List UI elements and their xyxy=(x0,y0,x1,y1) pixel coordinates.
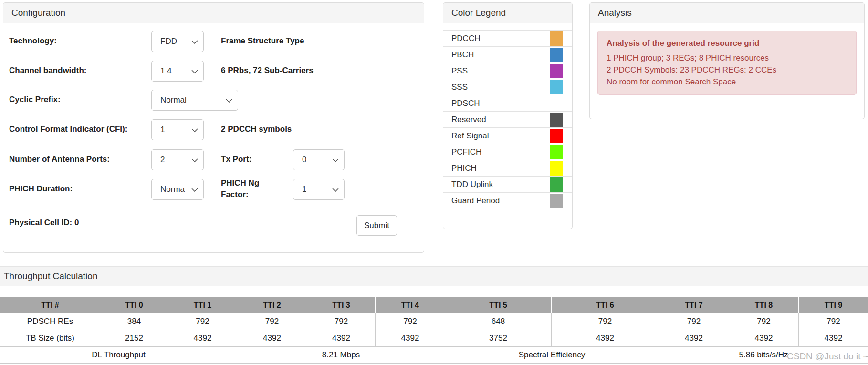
cyclic-prefix-select[interactable]: Normal xyxy=(151,90,238,111)
tb-size-tti3: 4392 xyxy=(307,330,376,347)
color-legend-panel: Color Legend PDCCH PBCH PSS SSS PDSCH xyxy=(443,2,573,229)
technology-select-value: FDD xyxy=(160,37,177,46)
spectral-efficiency-label: Spectral Efficiency xyxy=(445,347,659,364)
cfi-select-value: 1 xyxy=(160,125,165,135)
chevron-down-icon xyxy=(191,70,198,74)
prb-subcarrier-note: 6 PRbs, 72 Sub-Carriers xyxy=(221,66,314,75)
phich-ng-select[interactable]: 1 xyxy=(293,179,345,200)
cyclic-prefix-label: Cyclic Prefix: xyxy=(9,95,61,104)
pdsch-color-swatch xyxy=(550,96,563,111)
column-header-tti5: TTI 5 xyxy=(445,297,552,313)
legend-label: TDD Uplink xyxy=(451,180,493,189)
legend-label: PBCH xyxy=(451,50,474,60)
antenna-ports-label: Number of Antenna Ports: xyxy=(9,155,110,164)
sss-color-swatch xyxy=(550,80,563,94)
column-header-tti1: TTI 1 xyxy=(168,297,237,313)
column-header-tti3: TTI 3 xyxy=(307,297,376,313)
analysis-alert-heading: Analysis of the generated resource grid xyxy=(607,39,847,48)
frame-structure-note: Frame Structure Type xyxy=(221,36,304,46)
technology-select[interactable]: FDD xyxy=(151,31,204,52)
legend-label: PDSCH xyxy=(451,99,480,108)
table-row-tb-size: TB Size (bits) 2152 4392 4392 4392 4392 … xyxy=(0,330,868,347)
pdsch-res-tti2: 792 xyxy=(237,313,307,330)
legend-label: PDCCH xyxy=(451,34,480,43)
legend-list: PDCCH PBCH PSS SSS PDSCH Reserved xyxy=(443,30,572,209)
physical-cell-id-label: Physical Cell ID: 0 xyxy=(9,218,79,228)
bandwidth-select-value: 1.4 xyxy=(160,66,172,76)
cyclic-prefix-select-value: Normal xyxy=(160,95,187,105)
technology-label: Technology: xyxy=(9,36,57,46)
analysis-alert: Analysis of the generated resource grid … xyxy=(597,31,857,95)
legend-item-pdsch: PDSCH xyxy=(443,95,572,111)
submit-button[interactable]: Submit xyxy=(356,215,397,236)
column-header-tti6: TTI 6 xyxy=(552,297,659,313)
pdsch-res-tti1: 792 xyxy=(168,313,237,330)
legend-label: PCFICH xyxy=(451,147,481,157)
partial-warning-row xyxy=(0,364,868,365)
column-header-tti8: TTI 8 xyxy=(729,297,799,313)
antenna-ports-select[interactable]: 2 xyxy=(151,149,204,170)
phich-duration-select[interactable]: Norma xyxy=(151,179,204,200)
pdsch-res-tti8: 792 xyxy=(729,313,799,330)
legend-item-guard-period: Guard Period xyxy=(443,192,572,209)
antenna-ports-select-value: 2 xyxy=(160,155,165,165)
dl-throughput-label: DL Throughput xyxy=(0,347,237,364)
table-header-row: TTI # TTI 0 TTI 1 TTI 2 TTI 3 TTI 4 TTI … xyxy=(0,297,868,313)
tb-size-tti8: 4392 xyxy=(729,330,799,347)
chevron-down-icon xyxy=(191,40,198,44)
chevron-down-icon xyxy=(226,99,232,103)
row-label-tb-size: TB Size (bits) xyxy=(0,330,100,347)
legend-label: Ref Signal xyxy=(451,131,489,141)
bandwidth-select[interactable]: 1.4 xyxy=(151,61,204,82)
tb-size-tti1: 4392 xyxy=(168,330,237,347)
pdsch-res-tti9: 792 xyxy=(799,313,868,330)
legend-item-pdcch: PDCCH xyxy=(443,30,572,46)
legend-item-pcfich: PCFICH xyxy=(443,144,572,160)
legend-label: PHICH xyxy=(451,164,477,173)
chevron-down-icon xyxy=(191,188,198,192)
chevron-down-icon xyxy=(332,188,339,192)
pdcch-symbols-note: 2 PDCCH symbols xyxy=(221,125,292,134)
pss-color-swatch xyxy=(550,64,563,78)
configuration-panel: Configuration Technology: FDD Frame Stru… xyxy=(3,2,424,253)
phich-duration-label: PHICH Duration: xyxy=(9,184,73,194)
column-header-tti4: TTI 4 xyxy=(376,297,445,313)
legend-label: SSS xyxy=(451,83,468,92)
ref-signal-color-swatch xyxy=(550,129,563,143)
cfi-label: Control Format Indicator (CFI): xyxy=(9,125,127,134)
tx-port-select[interactable]: 0 xyxy=(293,149,345,170)
reserved-color-swatch xyxy=(550,113,563,127)
legend-item-phich: PHICH xyxy=(443,160,572,176)
tb-size-tti4: 4392 xyxy=(376,330,445,347)
tb-size-tti0: 2152 xyxy=(100,330,168,347)
pdsch-res-tti3: 792 xyxy=(307,313,376,330)
row-label-pdsch-res: PDSCH REs xyxy=(0,313,100,330)
tb-size-tti5: 3752 xyxy=(445,330,552,347)
throughput-section-title: Throughput Calculation xyxy=(4,271,97,282)
chevron-down-icon xyxy=(191,158,198,163)
legend-label: Reserved xyxy=(451,115,486,125)
tx-port-label: Tx Port: xyxy=(221,155,251,164)
table-row-summary: DL Throughput 8.21 Mbps Spectral Efficie… xyxy=(0,347,868,364)
throughput-section-header: Throughput Calculation xyxy=(0,266,868,286)
analysis-panel-title: Analysis xyxy=(598,8,632,18)
chevron-down-icon xyxy=(191,128,198,133)
cfi-select[interactable]: 1 xyxy=(151,119,204,140)
column-header-tti2: TTI 2 xyxy=(237,297,307,313)
legend-item-reserved: Reserved xyxy=(443,111,572,127)
pdsch-res-tti7: 792 xyxy=(659,313,729,330)
analysis-panel-body: Analysis of the generated resource grid … xyxy=(590,31,864,95)
page: { "config": { "title": "Configuration", … xyxy=(0,0,868,365)
analysis-alert-line-search-space: No room for common Search Space xyxy=(607,76,847,88)
pcfich-color-swatch xyxy=(550,145,563,159)
configuration-panel-header: Configuration xyxy=(3,3,424,23)
tb-size-tti2: 4392 xyxy=(237,330,307,347)
pdcch-color-swatch xyxy=(550,31,563,46)
analysis-panel: Analysis Analysis of the generated resou… xyxy=(589,2,865,119)
phich-ng-select-value: 1 xyxy=(302,185,306,194)
table-row-partial xyxy=(0,364,868,365)
bandwidth-label: Channel bandwidth: xyxy=(9,66,86,75)
chevron-down-icon xyxy=(332,158,339,163)
analysis-alert-line-pdcch: 2 PDCCH Symbols; 23 PDCCH REGs; 2 CCEs xyxy=(607,64,847,76)
column-header-tti9: TTI 9 xyxy=(799,297,868,313)
